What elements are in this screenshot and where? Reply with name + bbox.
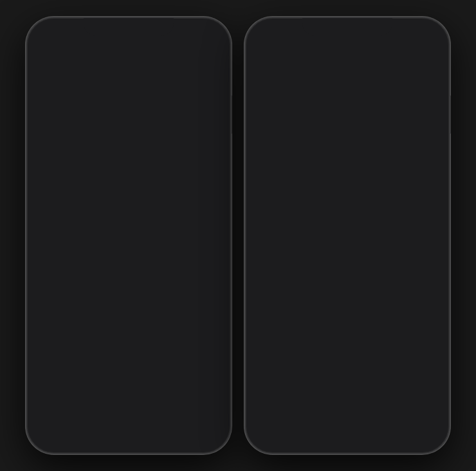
dock-phone-icon-left[interactable]: [55, 405, 88, 438]
svg-point-17: [55, 181, 61, 187]
dock-phone-icon-right[interactable]: [274, 405, 307, 438]
svg-rect-57: [322, 183, 325, 187]
svg-rect-60: [322, 188, 325, 192]
svg-rect-59: [316, 188, 320, 192]
viber-label-left: Viber: [192, 149, 207, 157]
svg-rect-55: [316, 176, 331, 181]
wifi-icon-right: ▲: [412, 34, 419, 42]
battery-fill-left: [205, 36, 214, 41]
calendar-day-left: 16: [50, 69, 65, 84]
siri-button-right[interactable]: [331, 405, 364, 438]
app-appstore-left[interactable]: App Store: [37, 220, 78, 265]
siri-button-left[interactable]: [109, 402, 148, 441]
app-mail-right[interactable]: Почта: [351, 220, 391, 265]
svg-rect-6: [190, 79, 205, 81]
siri-button-container-right[interactable]: [331, 405, 364, 438]
mail-icon-right: [353, 220, 389, 255]
app-instagram-left[interactable]: Instagram: [37, 166, 78, 211]
app-telegram-right[interactable]: Telegram: [351, 166, 391, 211]
photos-label-right: Фото: [316, 95, 331, 103]
svg-point-34: [180, 423, 184, 427]
app-calculator-right[interactable]: Калькулятор: [303, 166, 343, 211]
app-weather-left[interactable]: Погода: [84, 112, 125, 157]
app-geolocation-right[interactable]: Геолокация: [398, 166, 439, 211]
app-vk-right[interactable]: VK VK: [398, 220, 439, 265]
app-camera-right[interactable]: Камера: [351, 58, 391, 103]
siri-response-text: Заряд вашего iPhone составляет 91 %.Можн…: [262, 356, 414, 378]
dock-right: [253, 396, 441, 447]
app-settings-left[interactable]: Настройки: [132, 112, 172, 157]
instagram-label-right: Instagram: [262, 203, 290, 211]
settings-icon-right: [353, 112, 389, 147]
weather-icon-right: [306, 112, 342, 147]
geolocation-label-right: Геолокация: [401, 203, 435, 211]
svg-rect-21: [103, 183, 107, 187]
app-geolocation-left[interactable]: Геолокация: [179, 166, 220, 211]
dock-left: [35, 396, 223, 447]
app-yablyk-left[interactable]: Я Yablyk: [84, 220, 125, 265]
svg-rect-5: [190, 75, 203, 77]
calendar-icon-right: Суббота 16: [259, 58, 294, 93]
mail-label-left: Почта: [143, 257, 161, 265]
app-yablyk-right[interactable]: Я Yablyk: [303, 220, 343, 265]
app-telegram-left[interactable]: Telegram: [132, 166, 172, 211]
app-instagram-right[interactable]: Instagram: [256, 166, 297, 211]
dock-music-icon-right[interactable]: [387, 405, 421, 438]
app-wallpapers-right[interactable]: Обои: [256, 274, 297, 319]
app-calculator-left[interactable]: Калькулятор: [84, 166, 125, 211]
battery-fill-right: [423, 36, 432, 41]
app-appstore-right[interactable]: App Store: [256, 220, 297, 265]
location-icon-right: ▸: [383, 35, 387, 42]
svg-point-70: [406, 422, 410, 426]
camera-icon-right: [353, 58, 389, 93]
app-calendar-left[interactable]: Суббота 16 Календарь: [37, 58, 78, 103]
geolocation-label-left: Геолокация: [182, 203, 217, 211]
app-calendar-right[interactable]: Суббота 16 Календарь: [256, 58, 297, 103]
telegram-label-right: Telegram: [358, 203, 384, 211]
calculator-icon-left: [87, 166, 123, 201]
appstore-label-left: App Store: [43, 257, 71, 265]
viber-icon-right: [401, 112, 436, 147]
siri-button-container-left[interactable]: [109, 402, 148, 441]
settings-label-left: Настройки: [136, 149, 168, 157]
photos-icon-right: [306, 58, 342, 93]
app-weather-right[interactable]: Погода: [303, 112, 343, 157]
app-viber-right[interactable]: Viber: [398, 112, 439, 157]
svg-point-68: [271, 287, 275, 291]
status-bar-right: 19:10 ▸ ✈ ▲: [247, 19, 448, 48]
yablyk-label-left: Yablyk: [95, 257, 114, 265]
wallpapers-icon-right: [259, 274, 294, 309]
signal-icon-left: [180, 34, 190, 42]
arrow-head: [61, 339, 77, 352]
app-notes-left[interactable]: Заметки: [37, 112, 78, 157]
app-viber-left[interactable]: Viber: [179, 112, 220, 157]
reminders-icon-left: [182, 58, 217, 93]
viber-label-right: Viber: [411, 149, 426, 157]
app-camera-left[interactable]: Камера: [132, 58, 172, 103]
photos-label-left: Фото: [98, 95, 113, 103]
app-grid-right: Суббота 16 Календарь Фото: [247, 53, 448, 324]
camera-icon-left: [134, 58, 170, 93]
app-photos-right[interactable]: Фото: [303, 58, 343, 103]
svg-rect-4: [190, 69, 208, 72]
svg-rect-42: [409, 79, 423, 81]
left-phone: 19:09 ▸ ▲ Суббота 1: [26, 17, 232, 454]
app-notes-right[interactable]: Заметки: [256, 112, 297, 157]
reminders-label-left: Напоминания: [179, 95, 220, 103]
svg-point-2: [149, 75, 154, 80]
geolocation-icon-right: [401, 166, 436, 201]
svg-rect-64: [361, 232, 380, 245]
app-reminders-left[interactable]: Напоминания: [179, 58, 220, 103]
app-settings-right[interactable]: Настройки: [351, 112, 391, 157]
appstore-icon-left: [40, 220, 75, 255]
instagram-icon-left: [40, 166, 75, 201]
dock-music-icon-left[interactable]: [169, 405, 203, 438]
app-photos-left[interactable]: Фото: [84, 58, 125, 103]
time-left: 19:09: [41, 33, 66, 44]
weather-icon-left: [87, 112, 123, 147]
app-reminders-right[interactable]: Напоминания: [398, 58, 439, 103]
location-icon-left: ▸: [174, 35, 177, 42]
app-mail-left[interactable]: Почта: [132, 220, 172, 265]
telegram-icon-right: [353, 166, 389, 201]
app-vk-left[interactable]: VK VK: [179, 220, 220, 265]
